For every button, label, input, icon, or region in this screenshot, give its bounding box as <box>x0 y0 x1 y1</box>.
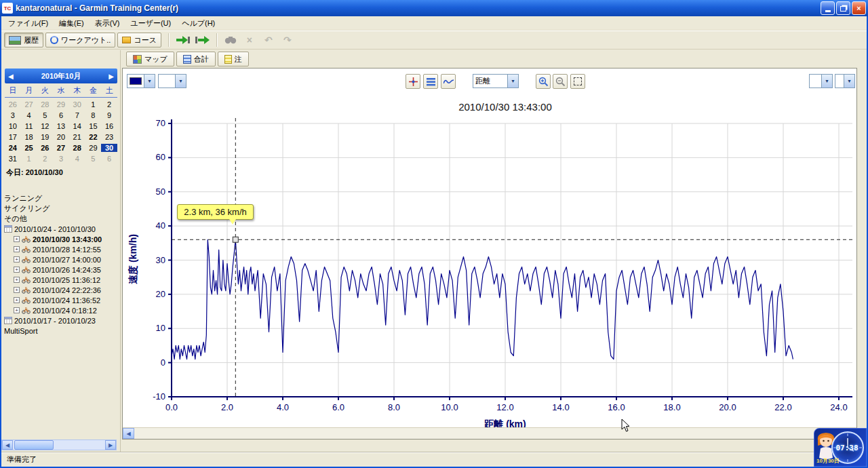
calendar-day[interactable]: 17 <box>5 133 21 141</box>
expand-icon[interactable]: + <box>14 236 20 242</box>
calendar-day[interactable]: 18 <box>21 133 37 141</box>
sidebar-item-week-group[interactable]: 2010/10/24 - 2010/10/30 <box>4 224 119 234</box>
chart-hscrollbar[interactable]: ◀ ▶ <box>123 427 856 439</box>
crosshair-mode-button[interactable] <box>406 74 420 89</box>
chart-canvas[interactable]: 0.02.04.06.08.010.012.014.016.018.020.02… <box>124 98 856 437</box>
calendar-prev-icon[interactable]: ◀ <box>8 73 14 80</box>
find-button[interactable] <box>222 33 239 47</box>
calendar-day[interactable]: 13 <box>53 122 69 130</box>
line-chart-mode-button[interactable] <box>441 74 456 89</box>
calendar-day[interactable]: 27 <box>53 144 69 152</box>
sidebar-item-activity[interactable]: +2010/10/24 22:22:36 <box>4 285 119 295</box>
calendar-day[interactable]: 25 <box>21 144 37 152</box>
calendar-day[interactable]: 3 <box>53 155 69 163</box>
chart-scroll-left-icon[interactable]: ◀ <box>123 428 134 439</box>
calendar-day[interactable]: 22 <box>85 133 102 141</box>
calendar-day[interactable]: 30 <box>69 100 85 109</box>
calendar-day[interactable]: 6 <box>101 155 117 163</box>
sidebar-item-activity[interactable]: +2010/10/24 11:36:52 <box>4 295 119 305</box>
sidebar-item-activity[interactable]: +2010/10/30 13:43:00 <box>4 234 119 244</box>
calendar-day[interactable]: 8 <box>85 111 102 119</box>
calendar-day[interactable]: 14 <box>69 122 85 130</box>
calendar-day[interactable]: 20 <box>53 133 69 141</box>
calendar-day[interactable]: 19 <box>37 133 53 141</box>
expand-icon[interactable]: + <box>14 297 20 303</box>
sidebar-item-week-group[interactable]: 2010/10/17 - 2010/10/23 <box>4 315 119 326</box>
scroll-right-icon[interactable]: ▶ <box>105 440 116 450</box>
calendar-day[interactable]: 29 <box>53 100 69 109</box>
workout-button[interactable]: ワークアウト.. <box>45 33 115 47</box>
calendar-day[interactable]: 27 <box>21 100 37 109</box>
tab-map[interactable]: マップ <box>126 52 174 66</box>
calendar-day[interactable]: 12 <box>37 122 53 130</box>
calendar-day[interactable]: 31 <box>5 155 21 163</box>
line-color-select[interactable]: ▼ <box>127 74 155 88</box>
calendar-day[interactable]: 24 <box>5 144 21 152</box>
tab-notes[interactable]: 注 <box>218 52 249 66</box>
course-button[interactable]: コース <box>117 33 161 47</box>
right-select-2[interactable]: ▼ <box>835 74 855 88</box>
maximize-restore-button[interactable] <box>836 1 850 15</box>
calendar-day[interactable]: 26 <box>5 100 21 109</box>
calendar-day[interactable]: 11 <box>21 122 37 130</box>
sidebar-item-category[interactable]: その他 <box>4 214 119 224</box>
expand-icon[interactable]: + <box>14 287 20 293</box>
history-button[interactable]: 履歴 <box>4 33 43 47</box>
sidebar-item-activity[interactable]: +2010/10/28 14:12:55 <box>4 244 119 254</box>
scroll-track[interactable] <box>13 440 105 450</box>
calendar-day[interactable]: 5 <box>37 111 53 119</box>
sidebar-item-activity[interactable]: +2010/10/27 14:00:00 <box>4 254 119 265</box>
send-to-device-button[interactable] <box>174 33 191 47</box>
menu-file[interactable]: ファイル(F) <box>3 16 54 31</box>
sidebar-item-activity[interactable]: +2010/10/24 0:18:12 <box>4 305 119 315</box>
undo-button[interactable]: ↶ <box>260 33 277 47</box>
grid-lines-button[interactable] <box>423 74 438 89</box>
calendar-day[interactable]: 1 <box>85 100 102 109</box>
sidebar-hscrollbar[interactable]: ◀ ▶ <box>1 440 117 450</box>
redo-button[interactable]: ↷ <box>279 33 296 47</box>
sidebar-item-category[interactable]: ランニング <box>4 193 119 203</box>
calendar-day[interactable]: 2 <box>37 155 53 163</box>
calendar-day[interactable]: 28 <box>69 144 85 152</box>
zoom-in-button[interactable] <box>536 74 551 89</box>
expand-icon[interactable]: + <box>14 246 20 252</box>
calendar-day[interactable]: 23 <box>101 133 117 141</box>
calendar-day[interactable]: 1 <box>21 155 37 163</box>
close-button[interactable]: × <box>852 1 866 15</box>
scroll-thumb[interactable] <box>14 440 54 450</box>
calendar-day[interactable]: 9 <box>101 111 117 119</box>
calendar-day[interactable]: 26 <box>37 144 53 152</box>
calendar-day[interactable]: 29 <box>85 144 102 152</box>
secondary-color-select[interactable]: ▼ <box>158 74 186 88</box>
speed-chart[interactable]: 0.02.04.06.08.010.012.014.016.018.020.02… <box>124 98 856 437</box>
expand-icon[interactable]: + <box>14 267 20 273</box>
menu-edit[interactable]: 編集(E) <box>54 16 90 31</box>
calendar-day[interactable]: 7 <box>69 111 85 119</box>
calendar-day[interactable]: 10 <box>5 122 21 130</box>
calendar-day[interactable]: 5 <box>85 155 102 163</box>
expand-icon[interactable]: + <box>14 256 20 262</box>
calendar-day[interactable]: 4 <box>69 155 85 163</box>
calendar-day[interactable]: 30 <box>101 144 117 152</box>
calendar-day[interactable]: 16 <box>101 122 117 130</box>
desktop-clock-widget[interactable]: 07:38 10月30日 <box>814 428 867 467</box>
sidebar-item-activity[interactable]: +2010/10/26 14:24:35 <box>4 265 119 275</box>
delete-button[interactable]: × <box>241 33 258 47</box>
expand-icon[interactable]: + <box>14 277 20 283</box>
calendar-day[interactable]: 21 <box>69 133 85 141</box>
zoom-out-button[interactable] <box>553 74 568 89</box>
menu-user[interactable]: ユーザー(U) <box>125 16 176 31</box>
tab-totals[interactable]: 合計 <box>176 52 216 66</box>
calendar-day[interactable]: 3 <box>5 111 21 119</box>
scroll-left-icon[interactable]: ◀ <box>2 440 13 450</box>
expand-icon[interactable]: + <box>14 307 20 313</box>
calendar-day[interactable]: 4 <box>21 111 37 119</box>
calendar-day[interactable]: 15 <box>85 122 102 130</box>
calendar-day[interactable]: 28 <box>37 100 53 109</box>
calendar-day[interactable]: 6 <box>53 111 69 119</box>
minimize-button[interactable] <box>821 1 835 15</box>
sidebar-item-activity[interactable]: +2010/10/25 11:36:12 <box>4 275 119 285</box>
menu-view[interactable]: 表示(V) <box>90 16 125 31</box>
zoom-selection-button[interactable] <box>570 74 585 89</box>
calendar-next-icon[interactable]: ▶ <box>108 73 114 80</box>
